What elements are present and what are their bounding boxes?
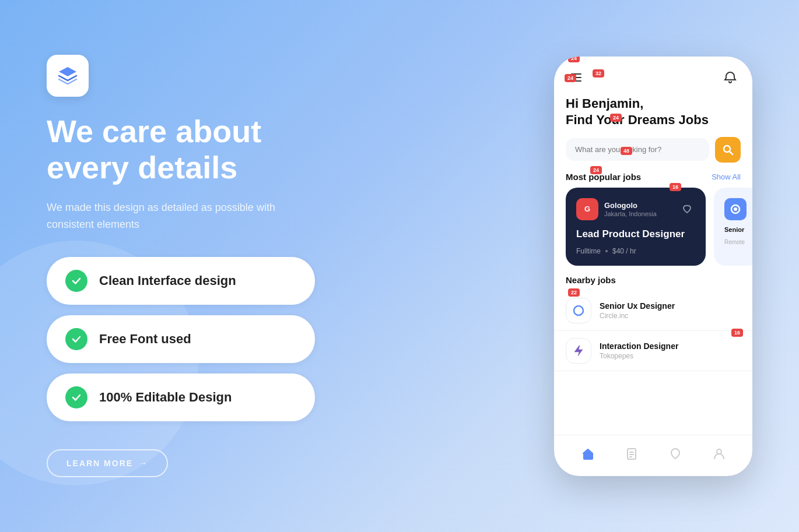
learn-more-button[interactable]: LEARN MORE →	[47, 449, 168, 477]
nearby-info-1: Senior Ux Designer Circle.inc	[600, 301, 741, 320]
feature-item-3: 100% Editable Design	[47, 374, 315, 421]
feature-list: Clean Interface design Free Font used 10…	[47, 257, 420, 421]
feature-label-1: Clean Interface design	[99, 273, 236, 288]
learn-more-label: LEARN MORE	[66, 459, 133, 468]
bolt-logo	[566, 338, 591, 364]
nav-user[interactable]	[707, 442, 731, 466]
nearby-list: 22 Senior Ux Designer Circle.inc 16	[554, 291, 752, 371]
nearby-job-title-2: Interaction Designer	[600, 341, 741, 351]
company-logo-partial	[724, 198, 747, 220]
search-area: 48	[566, 137, 741, 163]
subtext: We made this design as detailed as possi…	[47, 199, 303, 233]
phone-topbar	[554, 57, 752, 94]
nav-home[interactable]	[576, 442, 600, 466]
circle-logo	[566, 298, 591, 323]
nearby-header: 24 Nearby jobs	[554, 266, 752, 291]
logo-container	[47, 55, 89, 97]
layers-icon	[55, 64, 80, 88]
check-icon-2	[65, 328, 87, 350]
nearby-item-2[interactable]: 16 Interaction Designer Tokopepes	[554, 331, 752, 371]
company-location: Jakarta, Indonesia	[604, 210, 657, 217]
job-type-dark: Fulltime	[576, 247, 601, 255]
svg-line-4	[730, 152, 733, 154]
nearby-item-1[interactable]: 22 Senior Ux Designer Circle.inc	[554, 291, 752, 331]
learn-more-arrow: →	[139, 459, 148, 468]
job-meta-dark: Fulltime $40 / hr	[576, 247, 695, 255]
phone-shell: 24 32 24 Hi Benjamin, Find Your	[554, 57, 752, 476]
company-logo-gologolo: G	[576, 198, 598, 220]
show-all-link[interactable]: Show All	[712, 172, 741, 181]
job-cards-row: 16 G Gologolo Jakarta, Indonesia	[554, 188, 752, 266]
job-card-partial: Senior Remote	[714, 188, 752, 266]
partial-card-type: Remote	[724, 239, 750, 245]
nav-document[interactable]	[620, 442, 643, 466]
feature-label-3: 100% Editable Design	[99, 390, 232, 405]
check-icon-1	[65, 270, 87, 292]
job-salary: $40 / hr	[612, 247, 636, 255]
job-card-dark[interactable]: 16 G Gologolo Jakarta, Indonesia	[566, 188, 706, 266]
check-icon-3	[65, 386, 87, 408]
search-input[interactable]	[566, 138, 709, 161]
favorite-button-dark[interactable]	[679, 201, 695, 217]
company-info-dark: G Gologolo Jakarta, Indonesia	[576, 198, 657, 220]
bottom-nav	[554, 435, 752, 476]
most-popular-title: Most popular jobs	[566, 172, 641, 182]
nearby-job-title-1: Senior Ux Designer	[600, 301, 741, 311]
dot-separator	[605, 250, 608, 252]
nearby-company-2: Tokopepes	[600, 352, 741, 360]
left-section: We care about every details We made this…	[47, 55, 443, 478]
feature-item-1: Clean Interface design	[47, 257, 315, 305]
job-card-top-dark: G Gologolo Jakarta, Indonesia	[576, 198, 695, 220]
headline: We care about every details	[47, 113, 420, 185]
most-popular-header: 24 Most popular jobs Show All	[554, 163, 752, 188]
greeting-find: Find Your Dreams Jobs	[566, 112, 741, 128]
greeting-section: 24 Hi Benjamin, Find Your Dreams Jobs	[554, 94, 752, 128]
logo-area	[47, 55, 420, 97]
svg-point-7	[574, 306, 583, 315]
menu-button[interactable]	[566, 67, 587, 88]
svg-point-6	[734, 207, 737, 211]
partial-card-label: Senior	[724, 226, 750, 233]
nearby-title: Nearby jobs	[566, 275, 616, 285]
nearby-company-1: Circle.inc	[600, 312, 741, 320]
nav-heart[interactable]	[664, 442, 687, 466]
feature-label-2: Free Font used	[99, 332, 191, 347]
greeting-hi: Hi Benjamin,	[566, 96, 741, 111]
nearby-info-2: Interaction Designer Tokopepes	[600, 341, 741, 360]
phone-mockup-container: 24 32 24 Hi Benjamin, Find Your	[554, 57, 752, 476]
nearby-section: 24 Nearby jobs 22 Senior Ux Designer Cir…	[554, 266, 752, 435]
svg-point-12	[717, 449, 721, 454]
company-abbr: G	[584, 205, 590, 213]
company-name: Gologolo	[604, 201, 657, 210]
feature-item-2: Free Font used	[47, 315, 315, 363]
notification-button[interactable]	[720, 67, 741, 88]
job-title-dark: Lead Product Designer	[576, 228, 695, 240]
search-button[interactable]	[715, 137, 741, 163]
